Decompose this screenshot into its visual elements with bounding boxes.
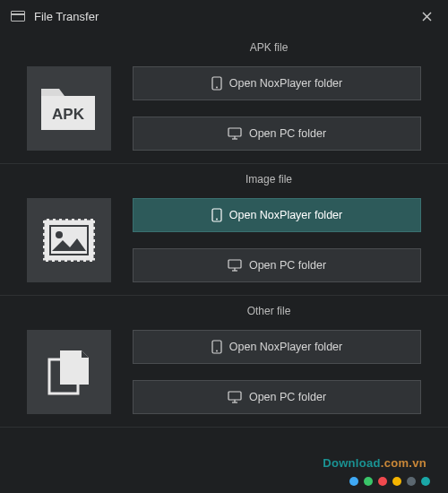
apk-open-noxplayer-button[interactable]: Open NoxPlayer folder [133,66,421,100]
image-open-pc-button[interactable]: Open PC folder [133,248,421,282]
window-title: File Transfer [34,10,416,23]
svg-point-19 [216,350,218,352]
apk-folder-icon: APK [39,83,99,134]
button-label: Open NoxPlayer folder [229,209,342,221]
phone-icon [211,208,222,222]
button-label: Open PC folder [249,127,326,140]
svg-point-5 [216,87,218,89]
section-apk: APK file APK Open NoxPlayer folder [0,32,448,164]
svg-rect-20 [228,392,241,400]
app-window-icon [11,11,25,22]
image-thumbnail [27,198,111,282]
close-button[interactable] [416,5,437,27]
svg-rect-6 [228,128,241,136]
phone-icon [211,340,222,354]
watermark: Download.com.vn [323,456,426,470]
other-open-pc-button[interactable]: Open PC folder [133,380,421,414]
dot [421,477,430,486]
button-label: Open PC folder [249,391,326,403]
apk-thumbnail: APK [27,66,111,151]
phone-icon [211,76,222,91]
pc-icon [228,259,242,272]
section-heading-other: Other file [116,305,421,317]
button-label: Open NoxPlayer folder [229,341,342,353]
titlebar: File Transfer [0,0,448,32]
watermark-dots [349,477,430,486]
image-open-noxplayer-button[interactable]: Open NoxPlayer folder [133,198,421,232]
svg-point-11 [56,231,63,238]
watermark-main: Download [323,456,381,470]
image-stamp-icon [39,215,99,265]
close-icon [422,12,432,22]
section-image: Image file Open NoxPlayer folder [0,164,448,296]
dot [364,477,373,486]
dot [407,477,416,486]
svg-point-13 [216,219,218,221]
section-other: Other file Open NoxPlayer folder [0,296,448,428]
button-label: Open NoxPlayer folder [229,77,342,90]
section-heading-image: Image file [116,173,421,186]
dot [392,477,401,486]
dot [378,477,387,486]
section-heading-apk: APK file [116,41,421,54]
pc-icon [228,391,242,403]
pc-icon [228,127,242,140]
dot [349,477,358,486]
svg-text:APK: APK [52,106,85,123]
watermark-suffix: .com.vn [381,456,426,470]
apk-open-pc-button[interactable]: Open PC folder [133,117,421,151]
other-thumbnail [27,330,111,414]
other-open-noxplayer-button[interactable]: Open NoxPlayer folder [133,330,421,364]
button-label: Open PC folder [249,259,326,272]
svg-rect-14 [228,260,241,268]
documents-icon [42,345,96,399]
